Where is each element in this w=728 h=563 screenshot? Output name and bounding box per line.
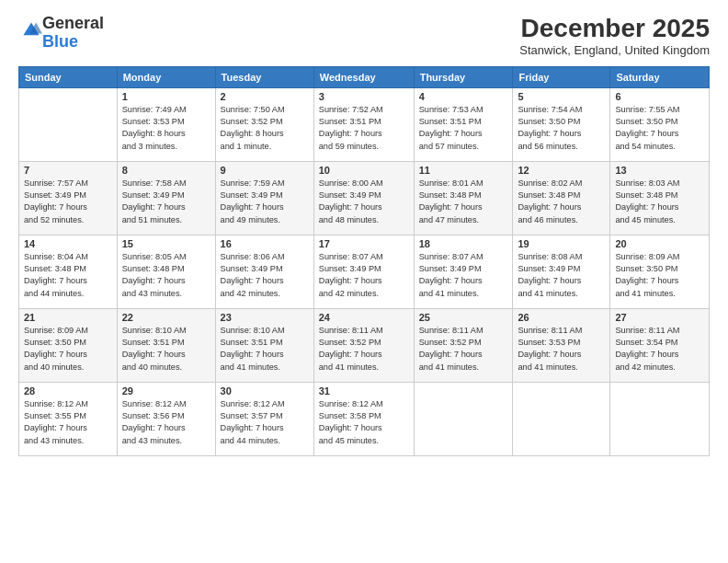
day-number: 9 bbox=[221, 165, 309, 176]
day-number: 30 bbox=[221, 385, 309, 396]
day-number: 11 bbox=[419, 165, 508, 176]
calendar-cell: 20Sunrise: 8:09 AMSunset: 3:50 PMDayligh… bbox=[610, 235, 710, 308]
calendar-cell: 28Sunrise: 8:12 AMSunset: 3:55 PMDayligh… bbox=[19, 382, 118, 455]
calendar-cell: 24Sunrise: 8:11 AMSunset: 3:52 PMDayligh… bbox=[313, 308, 414, 382]
day-number: 1 bbox=[122, 91, 210, 102]
day-info: Sunrise: 7:50 AMSunset: 3:52 PMDaylight:… bbox=[221, 104, 309, 153]
day-info: Sunrise: 8:09 AMSunset: 3:50 PMDaylight:… bbox=[615, 251, 704, 300]
logo: General Blue bbox=[18, 15, 104, 52]
day-info: Sunrise: 7:57 AMSunset: 3:49 PMDaylight:… bbox=[24, 178, 112, 226]
col-monday: Monday bbox=[117, 66, 215, 87]
day-number: 29 bbox=[122, 385, 210, 396]
day-number: 15 bbox=[122, 238, 210, 249]
day-number: 21 bbox=[24, 312, 112, 323]
day-number: 26 bbox=[518, 312, 605, 323]
calendar-cell: 6Sunrise: 7:55 AMSunset: 3:50 PMDaylight… bbox=[610, 87, 710, 161]
day-number: 22 bbox=[122, 312, 210, 323]
day-info: Sunrise: 8:07 AMSunset: 3:49 PMDaylight:… bbox=[419, 251, 508, 300]
calendar-week-row: 28Sunrise: 8:12 AMSunset: 3:55 PMDayligh… bbox=[19, 382, 710, 455]
calendar-cell: 22Sunrise: 8:10 AMSunset: 3:51 PMDayligh… bbox=[117, 308, 215, 382]
calendar-cell: 10Sunrise: 8:00 AMSunset: 3:49 PMDayligh… bbox=[313, 161, 414, 235]
day-info: Sunrise: 8:09 AMSunset: 3:50 PMDaylight:… bbox=[24, 325, 112, 373]
day-number: 19 bbox=[518, 238, 605, 249]
day-number: 8 bbox=[122, 165, 210, 176]
col-saturday: Saturday bbox=[610, 66, 710, 87]
day-info: Sunrise: 8:06 AMSunset: 3:49 PMDaylight:… bbox=[221, 251, 309, 300]
day-info: Sunrise: 8:02 AMSunset: 3:48 PMDaylight:… bbox=[518, 178, 605, 226]
day-info: Sunrise: 7:49 AMSunset: 3:53 PMDaylight:… bbox=[122, 104, 210, 153]
calendar-cell bbox=[414, 382, 513, 455]
calendar-cell: 13Sunrise: 8:03 AMSunset: 3:48 PMDayligh… bbox=[610, 161, 710, 235]
day-number: 4 bbox=[419, 91, 508, 102]
calendar-cell: 3Sunrise: 7:52 AMSunset: 3:51 PMDaylight… bbox=[313, 87, 414, 161]
calendar-cell: 19Sunrise: 8:08 AMSunset: 3:49 PMDayligh… bbox=[513, 235, 610, 308]
day-info: Sunrise: 8:12 AMSunset: 3:58 PMDaylight:… bbox=[319, 398, 409, 447]
day-info: Sunrise: 7:52 AMSunset: 3:51 PMDaylight:… bbox=[319, 104, 409, 153]
calendar-cell: 18Sunrise: 8:07 AMSunset: 3:49 PMDayligh… bbox=[414, 235, 513, 308]
calendar-week-row: 21Sunrise: 8:09 AMSunset: 3:50 PMDayligh… bbox=[19, 308, 710, 382]
day-info: Sunrise: 8:01 AMSunset: 3:48 PMDaylight:… bbox=[419, 178, 508, 226]
day-info: Sunrise: 8:12 AMSunset: 3:56 PMDaylight:… bbox=[122, 398, 210, 447]
logo-icon bbox=[20, 19, 42, 41]
day-number: 27 bbox=[615, 312, 704, 323]
calendar-cell: 1Sunrise: 7:49 AMSunset: 3:53 PMDaylight… bbox=[117, 87, 215, 161]
calendar-cell: 5Sunrise: 7:54 AMSunset: 3:50 PMDaylight… bbox=[513, 87, 610, 161]
calendar-cell: 16Sunrise: 8:06 AMSunset: 3:49 PMDayligh… bbox=[215, 235, 313, 308]
calendar-cell: 17Sunrise: 8:07 AMSunset: 3:49 PMDayligh… bbox=[313, 235, 414, 308]
calendar-cell: 14Sunrise: 8:04 AMSunset: 3:48 PMDayligh… bbox=[19, 235, 118, 308]
day-number: 24 bbox=[319, 312, 409, 323]
calendar-cell: 30Sunrise: 8:12 AMSunset: 3:57 PMDayligh… bbox=[215, 382, 313, 455]
day-info: Sunrise: 8:10 AMSunset: 3:51 PMDaylight:… bbox=[122, 325, 210, 373]
calendar-table: Sunday Monday Tuesday Wednesday Thursday… bbox=[18, 66, 710, 456]
calendar-week-row: 14Sunrise: 8:04 AMSunset: 3:48 PMDayligh… bbox=[19, 235, 710, 308]
day-info: Sunrise: 8:12 AMSunset: 3:55 PMDaylight:… bbox=[24, 398, 112, 447]
day-number: 16 bbox=[221, 238, 309, 249]
day-info: Sunrise: 8:12 AMSunset: 3:57 PMDaylight:… bbox=[221, 398, 309, 447]
calendar-cell: 26Sunrise: 8:11 AMSunset: 3:53 PMDayligh… bbox=[513, 308, 610, 382]
col-sunday: Sunday bbox=[19, 66, 118, 87]
day-info: Sunrise: 7:58 AMSunset: 3:49 PMDaylight:… bbox=[122, 178, 210, 226]
day-number: 6 bbox=[615, 91, 704, 102]
calendar-cell: 11Sunrise: 8:01 AMSunset: 3:48 PMDayligh… bbox=[414, 161, 513, 235]
calendar-cell bbox=[610, 382, 710, 455]
day-info: Sunrise: 7:54 AMSunset: 3:50 PMDaylight:… bbox=[518, 104, 605, 153]
day-number: 25 bbox=[419, 312, 508, 323]
day-number: 2 bbox=[221, 91, 309, 102]
day-info: Sunrise: 8:05 AMSunset: 3:48 PMDaylight:… bbox=[122, 251, 210, 300]
day-number: 28 bbox=[24, 385, 112, 396]
day-info: Sunrise: 8:07 AMSunset: 3:49 PMDaylight:… bbox=[319, 251, 409, 300]
day-info: Sunrise: 8:03 AMSunset: 3:48 PMDaylight:… bbox=[615, 178, 704, 226]
col-wednesday: Wednesday bbox=[313, 66, 414, 87]
month-title: December 2025 bbox=[519, 15, 710, 43]
day-number: 5 bbox=[518, 91, 605, 102]
day-number: 10 bbox=[319, 165, 409, 176]
day-info: Sunrise: 8:11 AMSunset: 3:54 PMDaylight:… bbox=[615, 325, 704, 373]
day-info: Sunrise: 7:55 AMSunset: 3:50 PMDaylight:… bbox=[615, 104, 704, 153]
calendar-cell: 23Sunrise: 8:10 AMSunset: 3:51 PMDayligh… bbox=[215, 308, 313, 382]
calendar-cell: 9Sunrise: 7:59 AMSunset: 3:49 PMDaylight… bbox=[215, 161, 313, 235]
day-info: Sunrise: 8:08 AMSunset: 3:49 PMDaylight:… bbox=[518, 251, 605, 300]
calendar-cell bbox=[19, 87, 118, 161]
day-number: 20 bbox=[615, 238, 704, 249]
day-number: 13 bbox=[615, 165, 704, 176]
day-info: Sunrise: 8:00 AMSunset: 3:49 PMDaylight:… bbox=[319, 178, 409, 226]
day-info: Sunrise: 8:11 AMSunset: 3:52 PMDaylight:… bbox=[319, 325, 409, 373]
calendar-cell: 31Sunrise: 8:12 AMSunset: 3:58 PMDayligh… bbox=[313, 382, 414, 455]
calendar-cell: 21Sunrise: 8:09 AMSunset: 3:50 PMDayligh… bbox=[19, 308, 118, 382]
col-friday: Friday bbox=[513, 66, 610, 87]
day-number: 7 bbox=[24, 165, 112, 176]
day-info: Sunrise: 8:11 AMSunset: 3:53 PMDaylight:… bbox=[518, 325, 605, 373]
calendar-cell: 12Sunrise: 8:02 AMSunset: 3:48 PMDayligh… bbox=[513, 161, 610, 235]
col-thursday: Thursday bbox=[414, 66, 513, 87]
day-number: 23 bbox=[221, 312, 309, 323]
calendar-cell: 7Sunrise: 7:57 AMSunset: 3:49 PMDaylight… bbox=[19, 161, 118, 235]
page: General Blue December 2025 Stanwick, Eng… bbox=[0, 0, 728, 563]
day-number: 12 bbox=[518, 165, 605, 176]
calendar-cell: 2Sunrise: 7:50 AMSunset: 3:52 PMDaylight… bbox=[215, 87, 313, 161]
day-number: 31 bbox=[319, 385, 409, 396]
calendar-cell: 8Sunrise: 7:58 AMSunset: 3:49 PMDaylight… bbox=[117, 161, 215, 235]
location: Stanwick, England, United Kingdom bbox=[519, 43, 710, 57]
calendar-cell: 15Sunrise: 8:05 AMSunset: 3:48 PMDayligh… bbox=[117, 235, 215, 308]
calendar-cell: 25Sunrise: 8:11 AMSunset: 3:52 PMDayligh… bbox=[414, 308, 513, 382]
calendar-cell: 27Sunrise: 8:11 AMSunset: 3:54 PMDayligh… bbox=[610, 308, 710, 382]
